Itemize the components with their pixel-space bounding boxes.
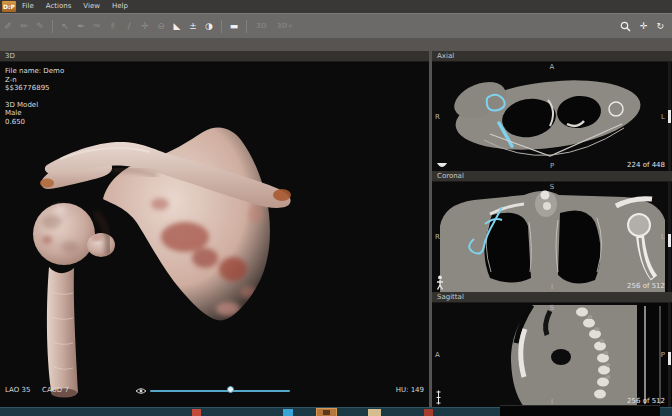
taskbar-app-icon[interactable] xyxy=(368,409,381,416)
3d-plus-mode-button[interactable]: 3D+ xyxy=(272,22,299,30)
grab-tool-icon[interactable]: ✌ xyxy=(105,15,121,38)
window-level-icon[interactable]: ± xyxy=(185,15,201,38)
app-window: D:P File Actions View Help ✐ ✏ ✎ ↖ ✒ ✑ ✌… xyxy=(0,0,672,416)
menu-view[interactable]: View xyxy=(77,0,106,13)
toolbar-separator xyxy=(52,20,53,33)
measure-line-icon[interactable]: ∕ xyxy=(121,15,137,38)
cursor-tool-icon[interactable]: ↖ xyxy=(57,15,73,38)
toolbar-status-strip xyxy=(0,38,672,51)
taskbar-active-app-icon[interactable] xyxy=(316,408,337,416)
orientation-right: R xyxy=(435,233,440,241)
coronal-scrollbar[interactable] xyxy=(668,182,671,292)
taskbar-app-icon[interactable] xyxy=(192,409,201,416)
3d-mode-button[interactable]: 3D xyxy=(251,22,272,30)
panel-coronal-canvas[interactable]: S I R L 256 of 512 xyxy=(432,182,672,292)
crosshair-tool-icon[interactable]: ✛ xyxy=(137,15,153,38)
orientation-posterior: P xyxy=(550,162,554,170)
overlay-series: Z-n xyxy=(5,76,64,85)
taskbar-flyout[interactable] xyxy=(500,405,660,416)
overlay-file-name: File name: Demo xyxy=(5,67,64,76)
menu-actions[interactable]: Actions xyxy=(40,0,78,13)
panel-axial-title: Axial xyxy=(432,51,672,62)
hu-value: HU: 149 xyxy=(396,386,424,394)
toolbar-separator xyxy=(221,20,222,33)
orientation-superior: S xyxy=(550,304,554,312)
menu-file[interactable]: File xyxy=(16,0,40,13)
panel-axial: Axial A P R L 224 of 448 xyxy=(432,51,672,171)
panel-sagittal-canvas[interactable]: S I A P 256 of 512 xyxy=(432,303,672,407)
app-logo-icon[interactable]: D:P xyxy=(2,1,16,12)
axial-ct-image[interactable] xyxy=(432,62,672,171)
patient-position-icon xyxy=(436,162,448,169)
draw-tool-icon[interactable]: ✐ xyxy=(0,15,16,38)
os-taskbar[interactable] xyxy=(0,407,672,416)
sagittal-scrollbar[interactable] xyxy=(668,303,671,407)
slice-counter: 224 of 448 xyxy=(627,161,665,169)
toolbar-separator xyxy=(246,20,247,33)
study-overlay: File name: Demo Z-n $$36776895 3D Model … xyxy=(5,67,64,126)
viewport-3d-canvas[interactable]: File name: Demo Z-n $$36776895 3D Model … xyxy=(0,62,429,407)
orientation-right: R xyxy=(435,113,440,121)
axial-scrollbar[interactable] xyxy=(668,62,671,171)
person-icon xyxy=(436,275,444,290)
3d-model-render[interactable] xyxy=(0,62,429,407)
taskbar-app-icon[interactable] xyxy=(283,409,293,416)
pan-icon[interactable]: ✛ xyxy=(640,15,648,38)
viewport-3d-title: 3D xyxy=(0,51,429,62)
viewport-3d-footer: LAO 35 CAUD 7 HU: 149 xyxy=(0,386,429,396)
orientation-anterior: A xyxy=(435,351,440,359)
orientation-superior: S xyxy=(550,183,554,191)
panel-sagittal-title: Sagittal xyxy=(432,292,672,303)
sagittal-scrollbar-handle[interactable] xyxy=(668,352,671,365)
opacity-slider-track[interactable] xyxy=(150,390,290,392)
opacity-slider-handle[interactable] xyxy=(227,386,234,393)
scale-ruler-icon xyxy=(436,390,441,405)
overlay-opacity: 0.650 xyxy=(5,118,64,127)
menu-help[interactable]: Help xyxy=(106,0,134,13)
overlay-model-label: 3D Model xyxy=(5,101,64,110)
slice-counter: 256 of 512 xyxy=(627,397,665,405)
orientation-lao: LAO 35 xyxy=(5,386,30,394)
region-tool-icon[interactable]: ⊖ xyxy=(153,15,169,38)
orientation-left: L xyxy=(661,113,665,121)
brush-tool-icon[interactable]: ✒ xyxy=(73,15,89,38)
slab-icon[interactable]: ▬ xyxy=(226,15,242,38)
coronal-ct-image[interactable] xyxy=(432,182,672,292)
edit-tool-icon[interactable]: ✎ xyxy=(32,15,48,38)
histogram-icon[interactable]: ◣ xyxy=(169,15,185,38)
overlay-sex: Male xyxy=(5,109,64,118)
panel-coronal-title: Coronal xyxy=(432,171,672,182)
panel-axial-canvas[interactable]: A P R L 224 of 448 xyxy=(432,62,672,171)
menu-bar: D:P File Actions View Help xyxy=(0,0,672,13)
rotate-icon[interactable]: ↻ xyxy=(656,15,664,38)
orientation-anterior: A xyxy=(550,63,555,71)
zoom-icon[interactable] xyxy=(620,21,631,32)
panel-sagittal: Sagittal xyxy=(432,292,672,407)
orientation-left: L xyxy=(661,233,665,241)
visibility-eye-icon[interactable] xyxy=(135,387,147,395)
orientation-posterior: P xyxy=(661,351,665,359)
coronal-scrollbar-handle[interactable] xyxy=(668,234,671,247)
slice-counter: 256 of 512 xyxy=(627,282,665,290)
axial-scrollbar-handle[interactable] xyxy=(668,110,671,123)
taskbar-app-icon[interactable] xyxy=(424,409,433,416)
pen-tool-icon[interactable]: ✑ xyxy=(89,15,105,38)
overlay-id: $$36776895 xyxy=(5,84,64,93)
orientation-inferior: I xyxy=(551,283,553,291)
panel-coronal: Coronal S I R L xyxy=(432,171,672,292)
scalpel-tool-icon[interactable]: ✏ xyxy=(16,15,32,38)
viewport-3d: 3D xyxy=(0,51,429,407)
orientation-caud: CAUD 7 xyxy=(42,386,69,394)
toolbar: ✐ ✏ ✎ ↖ ✒ ✑ ✌ ∕ ✛ ⊖ ◣ ± ◑ ▬ 3D 3D+ ✛ ↻ xyxy=(0,13,672,38)
sagittal-ct-image[interactable] xyxy=(432,303,672,407)
contrast-icon[interactable]: ◑ xyxy=(201,15,217,38)
